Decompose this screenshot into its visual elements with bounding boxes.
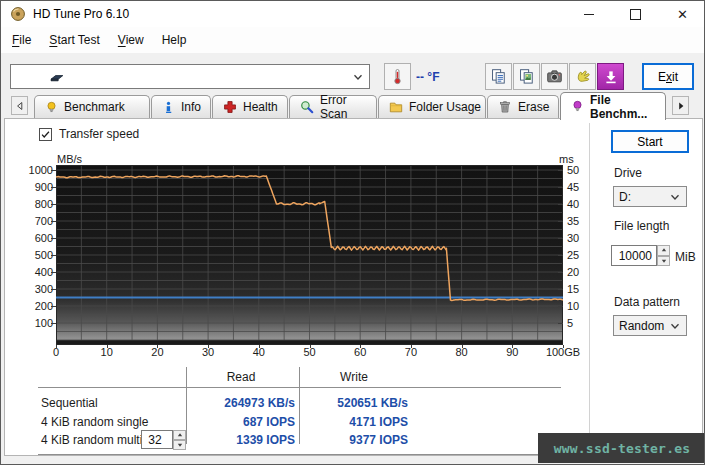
axis-tick-mark [157,345,158,348]
results-read-value: 264973 KB/s [187,396,295,410]
data-pattern-value: Random [619,319,664,333]
exit-button[interactable]: Exit [642,63,694,90]
axis-tick-mark [563,345,564,348]
download-icon [603,69,619,85]
results-read-value: 687 IOPS [187,415,295,429]
menu-view[interactable]: View [109,29,153,51]
camera-button[interactable] [541,63,568,90]
menu-start-test[interactable]: Start Test [40,29,108,51]
menubar: FileStart TestViewHelp [1,27,704,53]
axis-tick-mark [51,306,56,307]
results-col-header-write: Write [300,370,408,384]
y-axis-left-unit: MB/s [57,153,82,165]
axis-tick-mark [360,345,361,348]
axis-tick-mark [51,289,56,290]
tab-health[interactable]: Health [212,95,288,118]
axis-tick-label: 30 [567,232,593,244]
axis-tick-label: 10 [567,300,593,312]
copy-button[interactable] [485,63,512,90]
folder-icon [389,100,403,114]
results-row-label: 4 KiB random single [41,415,148,429]
axis-tick-mark [558,306,563,307]
arrow-left-icon [14,100,26,112]
axis-tick-label: 5 [567,317,593,329]
start-button[interactable]: Start [611,130,689,153]
axis-tick-mark [411,345,412,348]
axis-tick-mark [51,238,56,239]
axis-tick-mark [51,170,56,171]
tab-label: Error Scan [320,93,376,121]
chevron-down-icon [668,319,682,333]
axis-tick-label: 900 [19,181,53,193]
arrow-up-icon [176,431,184,439]
results-write-value: 520651 KB/s [300,396,408,410]
axis-tick-label: 20 [567,266,593,278]
file-benchmark-bulb-icon [571,100,584,113]
tab-scroll-left-button[interactable] [11,96,28,115]
magnifier-icon [300,100,314,114]
thermometer-icon [389,68,406,85]
data-pattern-combobox[interactable]: Random [613,315,687,336]
axis-tick-mark [558,255,563,256]
tab-file-benchm[interactable]: File Benchm... [560,92,666,120]
tab-erase[interactable]: Erase [487,95,559,118]
axis-tick-mark [558,272,563,273]
axis-tick-mark [512,345,513,348]
axis-tick-label: 800 [19,198,53,210]
transfer-speed-checkbox[interactable] [39,128,52,141]
file-length-down-button[interactable] [657,256,670,267]
tab-label: Benchmark [64,100,125,114]
axis-tick-label: 300 [19,283,53,295]
results-write-value: 9377 IOPS [300,433,408,447]
maximize-button[interactable] [612,1,659,27]
queue-depth-down-button[interactable] [173,440,186,450]
axis-tick-label: 35 [567,215,593,227]
chevron-down-icon [668,190,682,204]
results-row-label: 4 KiB random multi [41,433,142,447]
tab-benchmark[interactable]: Benchmark [34,95,150,118]
tab-info[interactable]: Info [151,95,211,118]
arrow-up-icon [660,246,668,254]
tab-label: Health [243,100,278,114]
axis-tick-mark [462,345,463,348]
file-length-stepper[interactable]: 10000 [611,245,670,266]
axis-tick-mark [51,187,56,188]
file-length-up-button[interactable] [657,245,670,256]
results-read-value: 1339 IOPS [187,433,295,447]
info-icon [162,101,175,114]
minimize-button[interactable] [565,1,612,27]
arrow-right-icon [675,100,687,112]
watermark: www.ssd-tester.es [538,433,705,463]
drive-label: Drive [614,166,642,180]
axis-tick-mark [310,345,311,348]
axis-tick-mark [51,204,56,205]
hd-tune-window: HD Tune Pro 6.10 ✕ FileStart TestViewHel… [0,0,705,465]
axis-tick-mark [107,345,108,348]
tab-folder-usage[interactable]: Folder Usage [378,95,486,118]
copy-image-button[interactable] [513,63,540,90]
axis-tick-label: 200 [19,300,53,312]
drive-value: D: [619,190,631,204]
file-length-label: File length [614,219,669,233]
drive-select-combobox[interactable] [10,64,370,89]
file-length-value[interactable]: 10000 [611,245,657,266]
queue-depth-stepper[interactable]: 32 [141,430,186,449]
close-button[interactable]: ✕ [659,1,705,27]
queue-depth-up-button[interactable] [173,430,186,440]
menu-help[interactable]: Help [153,29,196,51]
menu-file[interactable]: File [3,29,40,51]
axis-tick-label: 600 [19,232,53,244]
download-button[interactable] [597,63,624,90]
drive-combobox[interactable]: D: [613,186,687,207]
results-row-label: Sequential [41,396,98,410]
axis-tick-mark [51,272,56,273]
axis-tick-mark [51,323,56,324]
tab-scroll-right-button[interactable] [672,96,689,115]
temperature-button[interactable] [384,63,411,90]
queue-depth-value[interactable]: 32 [141,430,173,449]
hand-button[interactable] [569,63,596,90]
axis-tick-mark [558,221,563,222]
tab-error-scan[interactable]: Error Scan [289,95,377,118]
disk-icon [49,69,65,85]
axis-tick-mark [51,221,56,222]
